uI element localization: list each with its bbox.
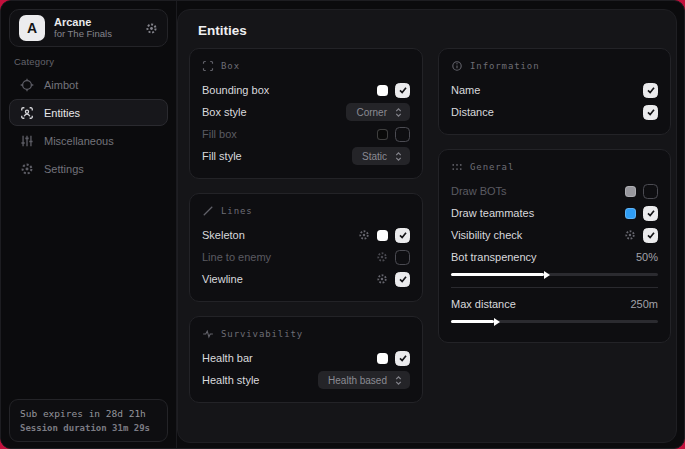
health-style-select[interactable]: Health based — [318, 371, 410, 389]
color-swatch[interactable] — [377, 85, 388, 96]
skeleton-checkbox[interactable] — [395, 228, 410, 243]
visibility-check-checkbox[interactable] — [643, 228, 658, 243]
setting-row-health-style: Health style Health based — [202, 369, 410, 391]
sidebar-nav: Aimbot Entities Miscellaneous Settings — [9, 71, 168, 182]
setting-row-fill-box: Fill box — [202, 123, 410, 145]
distance-checkbox[interactable] — [643, 105, 658, 120]
app-logo: A — [19, 15, 45, 41]
section-title: Survivability — [221, 329, 303, 339]
setting-row-visibility-check: Visibility check — [451, 224, 658, 246]
right-column: Information Name Distance — [438, 48, 671, 343]
sidebar-item-settings[interactable]: Settings — [9, 155, 168, 182]
health-bar-checkbox[interactable] — [395, 351, 410, 366]
subscription-card: Sub expires in 28d 21h Session duration … — [9, 399, 168, 442]
sidebar-item-label: Entities — [44, 107, 80, 119]
lines-section-card: Lines Skeleton Line to enemy — [189, 193, 423, 302]
general-section-card: General Draw BOTs Draw teammates — [438, 149, 671, 343]
setting-row-name: Name — [451, 79, 658, 101]
sidebar-item-label: Settings — [44, 163, 84, 175]
section-title: General — [470, 162, 514, 172]
sidebar-item-entities[interactable]: Entities — [9, 99, 168, 126]
sliders-icon — [20, 134, 34, 148]
setting-row-draw-teammates: Draw teammates — [451, 202, 658, 224]
app-subtitle: for The Finals — [54, 29, 136, 40]
slider-fill[interactable] — [451, 320, 494, 323]
divider — [451, 287, 658, 288]
color-swatch[interactable] — [377, 353, 388, 364]
setting-row-fill-style: Fill style Static — [202, 145, 410, 167]
draw-teammates-checkbox[interactable] — [643, 206, 658, 221]
page-title: Entities — [198, 23, 247, 38]
scan-person-icon — [20, 106, 34, 120]
gear-icon[interactable] — [376, 273, 388, 285]
section-title: Information — [470, 61, 540, 71]
box-section-card: Box Bounding box Box style Corner — [189, 48, 423, 179]
box-style-select[interactable]: Corner — [346, 103, 410, 121]
setting-row-max-distance: Max distance 250m — [451, 293, 658, 315]
color-swatch[interactable] — [377, 129, 388, 140]
gear-icon[interactable] — [624, 229, 636, 241]
setting-row-bot-transparency: Bot transpenency 50% — [451, 246, 658, 268]
gear-icon — [20, 162, 34, 176]
pulse-icon — [202, 328, 214, 340]
sidebar-item-miscellaneous[interactable]: Miscellaneous — [9, 127, 168, 154]
slider-fill[interactable] — [451, 273, 544, 276]
max-distance-slider[interactable] — [451, 315, 658, 328]
setting-row-bounding-box: Bounding box — [202, 79, 410, 101]
information-section-card: Information Name Distance — [438, 48, 671, 135]
settings-gear-icon[interactable] — [145, 22, 158, 35]
setting-row-line-to-enemy: Line to enemy — [202, 246, 410, 268]
color-swatch[interactable] — [625, 208, 636, 219]
app-name: Arcane — [54, 16, 136, 29]
setting-row-health-bar: Health bar — [202, 347, 410, 369]
bot-transparency-value: 50% — [636, 251, 658, 263]
line-to-enemy-checkbox[interactable] — [395, 250, 410, 265]
diagonal-line-icon — [202, 205, 214, 217]
main-panel: Entities Box Bounding box — [177, 9, 677, 443]
section-title: Box — [221, 61, 240, 71]
sub-expiry-text: Sub expires in 28d 21h — [20, 407, 157, 421]
name-checkbox[interactable] — [643, 83, 658, 98]
crosshair-icon — [20, 78, 34, 92]
setting-row-box-style: Box style Corner — [202, 101, 410, 123]
viewline-checkbox[interactable] — [395, 272, 410, 287]
sidebar-item-aimbot[interactable]: Aimbot — [9, 71, 168, 98]
bounding-box-checkbox[interactable] — [395, 83, 410, 98]
color-swatch[interactable] — [625, 186, 636, 197]
session-duration-text: Session duration 31m 29s — [20, 422, 157, 436]
gear-icon[interactable] — [358, 229, 370, 241]
sidebar: A Arcane for The Finals Category Aimbot — [1, 1, 177, 448]
color-swatch[interactable] — [377, 230, 388, 241]
sidebar-item-label: Aimbot — [44, 79, 78, 91]
sidebar-item-label: Miscellaneous — [44, 135, 114, 147]
info-icon — [451, 60, 463, 72]
grid-dots-icon — [451, 161, 463, 173]
fill-box-checkbox[interactable] — [395, 127, 410, 142]
desktop-backdrop: { "theme": { "backdrop": "#c3103c", "acc… — [0, 0, 685, 449]
setting-row-draw-bots: Draw BOTs — [451, 180, 658, 202]
bot-transparency-slider[interactable] — [451, 268, 658, 281]
category-label: Category — [14, 56, 54, 67]
draw-bots-checkbox[interactable] — [643, 184, 658, 199]
left-column: Box Bounding box Box style Corner — [189, 48, 423, 403]
setting-row-skeleton: Skeleton — [202, 224, 410, 246]
setting-row-distance: Distance — [451, 101, 658, 123]
gear-icon[interactable] — [376, 251, 388, 263]
setting-row-viewline: Viewline — [202, 268, 410, 290]
section-title: Lines — [221, 206, 253, 216]
box-corners-icon — [202, 60, 214, 72]
fill-style-select[interactable]: Static — [352, 147, 410, 165]
chevrons-up-down-icon — [394, 107, 403, 118]
max-distance-value: 250m — [630, 298, 658, 310]
survivability-section-card: Survivability Health bar Health style He… — [189, 316, 423, 403]
chevrons-up-down-icon — [394, 375, 403, 386]
app-header-card: A Arcane for The Finals — [9, 9, 168, 47]
chevrons-up-down-icon — [394, 151, 403, 162]
app-window: A Arcane for The Finals Category Aimbot — [0, 0, 685, 449]
